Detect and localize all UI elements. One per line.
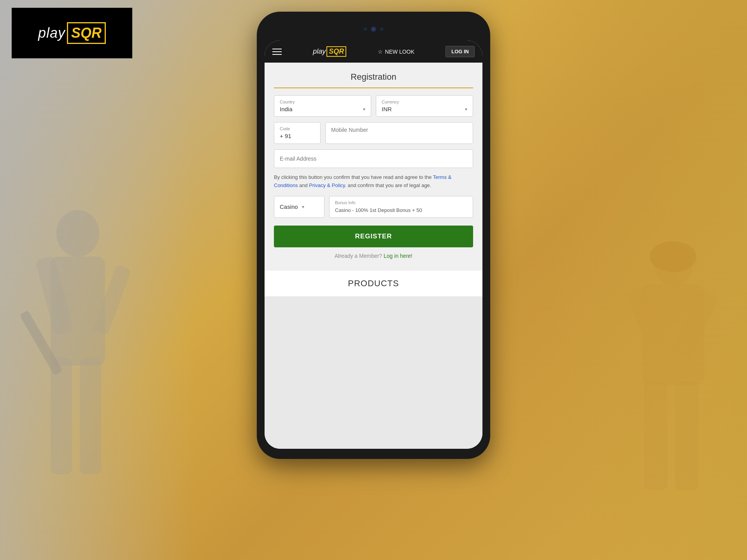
already-member-label: Already a Member? (335, 253, 382, 259)
currency-label: Currency (382, 100, 467, 104)
phone-screen: play SQR ☆ NEW LOOK LOG IN Registration (265, 40, 482, 449)
terms-text-middle: and (298, 182, 309, 188)
login-button[interactable]: LOG IN (445, 46, 475, 57)
bonus-row: Casino ▾ Bonus Info Casino - 100% 1st De… (274, 196, 473, 218)
cricket-player-right-silhouette (607, 218, 739, 529)
products-section: PRODUCTS (265, 271, 482, 296)
svg-point-8 (650, 241, 696, 272)
hamburger-line-3 (272, 54, 282, 55)
country-dropdown-value: India ▾ (280, 106, 365, 112)
svg-rect-5 (80, 358, 101, 474)
currency-value: INR (382, 106, 392, 112)
country-dropdown[interactable]: Country India ▾ (274, 95, 371, 117)
country-chevron-down-icon: ▾ (363, 107, 365, 112)
register-button[interactable]: REGISTER (274, 226, 473, 247)
header-brand-logo: play SQR (313, 46, 346, 57)
phone-navbar: play SQR ☆ NEW LOOK LOG IN (265, 40, 482, 63)
terms-text-after: . and confirm that you are of legal age. (345, 182, 431, 188)
phone-notch (338, 23, 409, 35)
products-title: PRODUCTS (274, 278, 473, 289)
hamburger-line-2 (272, 51, 282, 52)
currency-chevron-down-icon: ▾ (465, 107, 467, 112)
svg-rect-12 (644, 381, 667, 490)
country-label: Country (280, 100, 365, 104)
header-logo-sqr-box: SQR (326, 46, 346, 57)
svg-rect-13 (675, 381, 698, 490)
mobile-number-field[interactable] (325, 122, 473, 144)
currency-dropdown[interactable]: Currency INR ▾ (376, 95, 473, 117)
currency-dropdown-value: INR ▾ (382, 106, 467, 112)
logo-sqr-box: SQR (67, 22, 106, 44)
phone-mockup: play SQR ☆ NEW LOOK LOG IN Registration (257, 12, 490, 459)
code-label: Code (280, 126, 315, 131)
logo-play-text: play (38, 25, 65, 41)
phone-row: Code + 91 (274, 122, 473, 144)
country-value: India (280, 106, 293, 112)
casino-chevron-down-icon: ▾ (302, 204, 304, 210)
new-look-text: NEW LOOK (385, 49, 414, 55)
registration-card: Registration Country India ▾ Currency (265, 63, 482, 271)
logo-sqr-text: SQR (71, 25, 102, 41)
cricket-player-left-silhouette (12, 179, 160, 529)
star-icon: ☆ (378, 49, 383, 55)
phone-frame: play SQR ☆ NEW LOOK LOG IN Registration (257, 12, 490, 459)
sensor-dot (364, 28, 367, 31)
hamburger-line-1 (272, 49, 282, 49)
privacy-policy-link[interactable]: Privacy & Policy (309, 182, 345, 188)
terms-text-before: By clicking this button you confirm that… (274, 174, 433, 180)
casino-label: Casino (280, 203, 298, 210)
bonus-info-label: Bonus Info (335, 200, 467, 205)
svg-point-0 (56, 210, 99, 257)
camera-lens (371, 26, 376, 32)
already-member-text: Already a Member? Log in here! (274, 253, 473, 259)
bonus-info-field: Bonus Info Casino - 100% 1st Deposit Bon… (329, 196, 473, 218)
code-value: + 91 (280, 133, 291, 139)
email-wrapper (274, 149, 473, 168)
new-look-label: ☆ NEW LOOK (378, 49, 414, 55)
mobile-number-input[interactable] (331, 127, 467, 133)
registration-title: Registration (274, 72, 473, 88)
brand-logo-topleft: play SQR (12, 8, 132, 58)
header-logo-sqr: SQR (329, 47, 344, 55)
phone-top-area (265, 19, 482, 39)
svg-rect-4 (51, 358, 72, 474)
country-currency-row: Country India ▾ Currency INR ▾ (274, 95, 473, 117)
email-input[interactable] (280, 156, 467, 162)
hamburger-menu-icon[interactable] (272, 49, 282, 55)
login-here-link[interactable]: Log in here! (384, 253, 412, 259)
phone-code-field: Code + 91 (274, 122, 321, 144)
email-field[interactable] (274, 149, 473, 168)
casino-type-dropdown[interactable]: Casino ▾ (274, 196, 324, 218)
header-logo-play: play (313, 47, 326, 56)
sensor-dot-2 (380, 28, 383, 31)
terms-paragraph: By clicking this button you confirm that… (274, 173, 473, 190)
bonus-info-value: Casino - 100% 1st Deposit Bonus + 50 (335, 207, 422, 213)
registration-area: Registration Country India ▾ Currency (265, 63, 482, 449)
